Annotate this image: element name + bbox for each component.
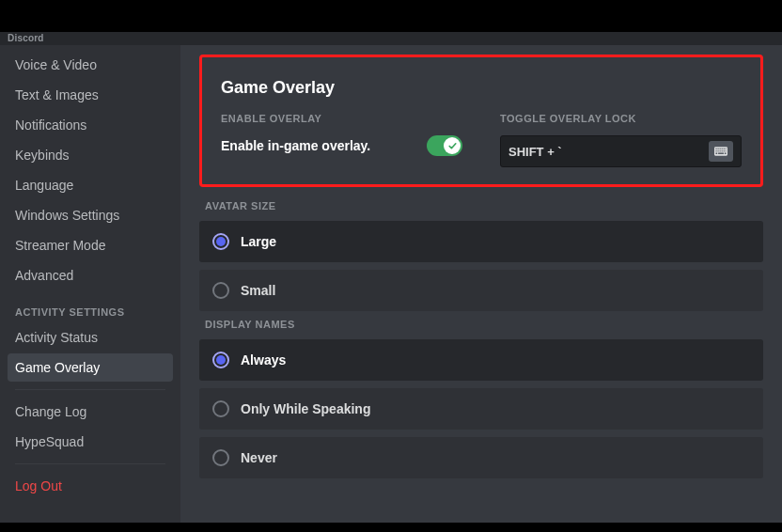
option-label: Large	[241, 234, 276, 249]
display-names-options: Always Only While Speaking Never	[199, 339, 763, 478]
sidebar-item-hypesquad[interactable]: HypeSquad	[8, 428, 173, 456]
svg-rect-10	[722, 150, 723, 151]
keyboard-icon	[714, 147, 727, 156]
display-names-option-always[interactable]: Always	[199, 339, 763, 381]
page-title: Game Overlay	[221, 78, 742, 98]
svg-rect-2	[718, 149, 719, 149]
sidebar-item-text-images[interactable]: Text & Images	[8, 81, 173, 109]
svg-rect-1	[715, 149, 716, 149]
app-frame: Voice & Video Text & Images Notification…	[0, 45, 782, 523]
enable-overlay-column: ENABLE OVERLAY Enable in-game overlay.	[221, 113, 462, 167]
svg-rect-4	[722, 149, 723, 149]
svg-rect-13	[715, 152, 717, 153]
option-label: Always	[241, 352, 286, 368]
top-letterbox	[0, 0, 782, 32]
sidebar-item-logout[interactable]: Log Out	[8, 472, 173, 500]
overlay-highlight-box: Game Overlay ENABLE OVERLAY Enable in-ga…	[199, 55, 763, 187]
toggle-knob	[444, 137, 461, 154]
sidebar-item-windows-settings[interactable]: Windows Settings	[8, 201, 173, 229]
sidebar-item-streamer-mode[interactable]: Streamer Mode	[8, 231, 173, 259]
bottom-letterbox	[0, 523, 782, 532]
keybind-record-button[interactable]	[709, 141, 733, 162]
radio-icon	[212, 352, 229, 368]
sidebar-item-advanced[interactable]: Advanced	[8, 261, 173, 289]
enable-overlay-label: ENABLE OVERLAY	[221, 113, 462, 124]
sidebar-separator	[15, 389, 165, 390]
sidebar-item-notifications[interactable]: Notifications	[8, 111, 173, 139]
svg-rect-6	[726, 149, 727, 149]
avatar-size-option-large[interactable]: Large	[199, 221, 763, 262]
svg-rect-5	[724, 149, 725, 149]
toggle-lock-column: TOGGLE OVERLAY LOCK SHIFT + `	[500, 113, 742, 167]
sidebar-separator-2	[15, 463, 165, 464]
toggle-lock-label: TOGGLE OVERLAY LOCK	[500, 113, 742, 124]
option-label: Never	[241, 450, 277, 465]
radio-icon	[212, 400, 229, 417]
titlebar: Discord	[0, 32, 782, 45]
svg-rect-11	[724, 150, 725, 151]
enable-overlay-toggle[interactable]	[427, 135, 462, 156]
svg-rect-9	[720, 150, 721, 151]
avatar-size-options: Large Small	[199, 221, 763, 311]
settings-sidebar: Voice & Video Text & Images Notification…	[0, 45, 180, 523]
svg-rect-7	[715, 150, 716, 151]
radio-icon	[212, 233, 229, 250]
avatar-size-label: AVATAR SIZE	[199, 200, 763, 211]
sidebar-item-game-overlay[interactable]: Game Overlay	[8, 353, 173, 382]
display-names-label: DISPLAY NAMES	[199, 319, 763, 330]
option-label: Small	[241, 283, 275, 298]
svg-rect-12	[726, 150, 727, 151]
sidebar-item-voice-video[interactable]: Voice & Video	[8, 51, 173, 79]
radio-icon	[212, 449, 229, 466]
sidebar-item-keybinds[interactable]: Keybinds	[8, 141, 173, 169]
sidebar-item-activity-status[interactable]: Activity Status	[8, 323, 173, 352]
svg-rect-15	[725, 152, 727, 153]
svg-rect-14	[718, 152, 724, 153]
display-names-option-only-while-speaking[interactable]: Only While Speaking	[199, 388, 763, 430]
keybind-text: SHIFT + `	[508, 145, 562, 159]
sidebar-item-change-log[interactable]: Change Log	[8, 398, 173, 426]
sidebar-item-language[interactable]: Language	[8, 171, 173, 199]
svg-rect-8	[718, 150, 719, 151]
svg-rect-3	[720, 149, 721, 149]
keybind-input[interactable]: SHIFT + `	[500, 135, 742, 167]
radio-icon	[212, 282, 229, 299]
content-pane: Game Overlay ENABLE OVERLAY Enable in-ga…	[180, 45, 782, 523]
sidebar-header-activity: ACTIVITY SETTINGS	[8, 291, 173, 323]
enable-overlay-text: Enable in-game overlay.	[221, 138, 370, 153]
display-names-option-never[interactable]: Never	[199, 437, 763, 478]
avatar-size-option-small[interactable]: Small	[199, 270, 763, 311]
option-label: Only While Speaking	[241, 401, 370, 416]
checkmark-icon	[447, 141, 458, 151]
